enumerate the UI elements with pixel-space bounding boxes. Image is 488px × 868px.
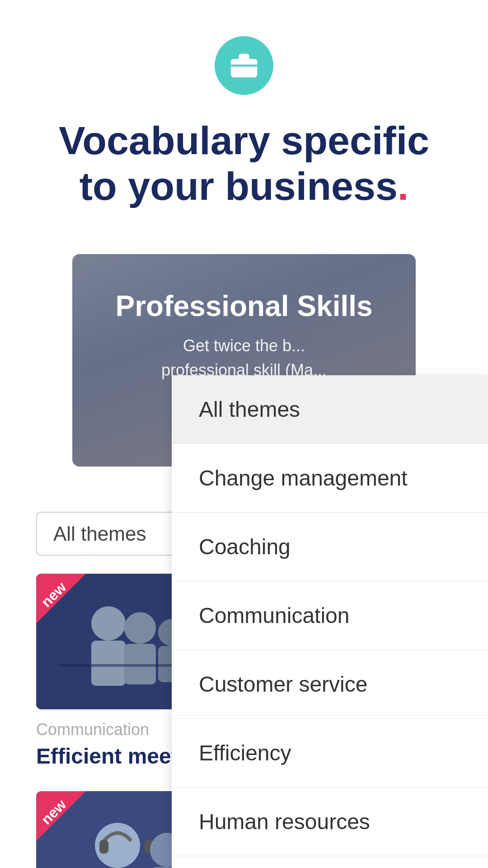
new-badge-text-2: new [38,797,70,828]
hero-card-title: Professional Skills [115,289,372,323]
new-badge-2: new [36,791,86,841]
briefcase-icon [228,50,260,81]
svg-rect-0 [231,59,257,77]
dropdown-item-all[interactable]: All themes [172,375,488,444]
dropdown-item-communication[interactable]: Communication [172,581,488,650]
new-badge-text-1: new [38,579,70,611]
svg-rect-4 [91,641,126,686]
logo-circle [215,36,273,95]
header-section: Vocabulary specific to your business. [0,0,488,254]
svg-point-3 [91,606,126,641]
dropdown-item-hr[interactable]: Human resources [172,788,488,856]
svg-rect-13 [99,840,108,854]
dropdown-item-change[interactable]: Change management [172,444,488,513]
theme-dropdown: All themes Change management Coaching Co… [172,375,488,868]
page-container: Vocabulary specific to your business. Pr… [0,0,488,868]
new-badge-1: new [36,574,86,623]
dropdown-item-leadership[interactable]: Leadership [172,856,488,868]
dropdown-item-efficiency[interactable]: Efficiency [172,719,488,788]
dropdown-item-customer[interactable]: Customer service [172,650,488,719]
page-title: Vocabulary specific to your business. [59,118,429,209]
svg-point-5 [124,612,156,644]
dropdown-item-coaching[interactable]: Coaching [172,513,488,581]
